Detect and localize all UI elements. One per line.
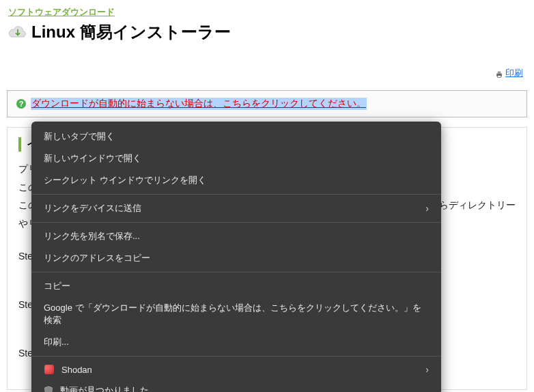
- menu-copy-link[interactable]: リンクのアドレスをコピー: [31, 247, 441, 269]
- download-cloud-icon: [8, 25, 27, 40]
- shodan-icon: [44, 364, 55, 375]
- menu-separator: [31, 194, 441, 195]
- chevron-right-icon: ›: [425, 364, 429, 375]
- menu-print[interactable]: 印刷...: [31, 331, 441, 353]
- menu-save-link-as[interactable]: リンク先を別名で保存...: [31, 225, 441, 247]
- download-alert: ? ダウンロードが自動的に始まらない場合は、こちらをクリックしてください。: [7, 90, 527, 117]
- context-menu: 新しいタブで開く 新しいウインドウで開く シークレット ウインドウでリンクを開く…: [31, 122, 441, 392]
- shield-icon: [44, 386, 53, 392]
- help-icon: ?: [16, 98, 27, 109]
- print-link[interactable]: 印刷: [505, 68, 523, 78]
- page-title: Linux 簡易インストーラー: [31, 21, 231, 43]
- menu-separator: [31, 222, 441, 223]
- menu-open-new-tab[interactable]: 新しいタブで開く: [31, 126, 441, 148]
- menu-open-incognito[interactable]: シークレット ウインドウでリンクを開く: [31, 169, 441, 191]
- menu-separator: [31, 356, 441, 356]
- svg-text:?: ?: [19, 100, 24, 108]
- menu-copy[interactable]: コピー: [31, 275, 441, 297]
- menu-google-search[interactable]: Google で「ダウンロードが自動的に始まらない場合は、こちらをクリックしてく…: [31, 297, 441, 331]
- manual-download-link[interactable]: ダウンロードが自動的に始まらない場合は、こちらをクリックしてください。: [31, 98, 367, 110]
- menu-open-new-window[interactable]: 新しいウインドウで開く: [31, 148, 441, 169]
- svg-rect-1: [498, 71, 501, 73]
- menu-video-found[interactable]: 動画が見つかりました: [31, 380, 441, 392]
- menu-send-to-device[interactable]: リンクをデバイスに送信›: [31, 197, 441, 219]
- menu-shodan[interactable]: Shodan ›: [31, 359, 441, 380]
- svg-rect-2: [498, 75, 501, 77]
- menu-separator: [31, 272, 441, 272]
- print-icon: [495, 69, 503, 77]
- breadcrumb-link[interactable]: ソフトウェアダウンロード: [8, 7, 115, 17]
- chevron-right-icon: ›: [425, 203, 429, 214]
